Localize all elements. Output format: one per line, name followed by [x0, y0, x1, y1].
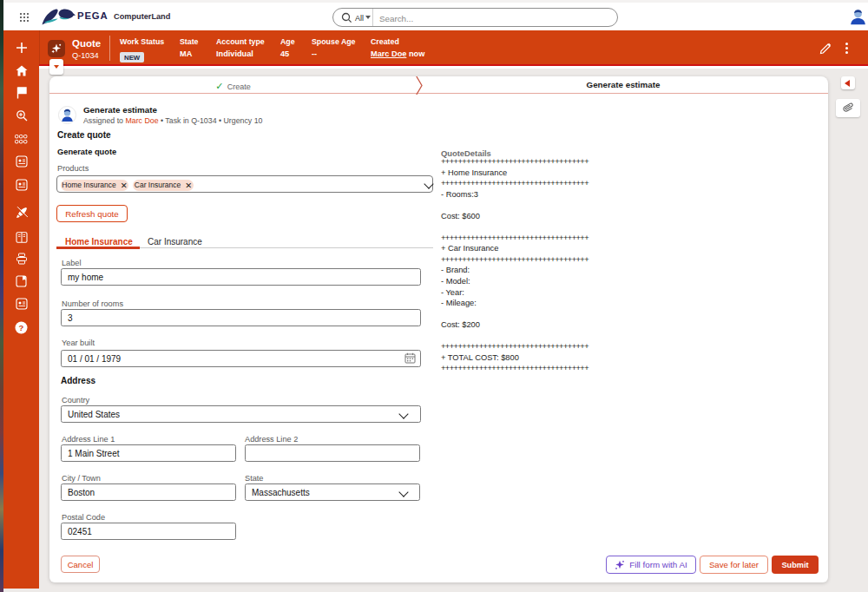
svg-text:?: ?: [19, 323, 24, 332]
